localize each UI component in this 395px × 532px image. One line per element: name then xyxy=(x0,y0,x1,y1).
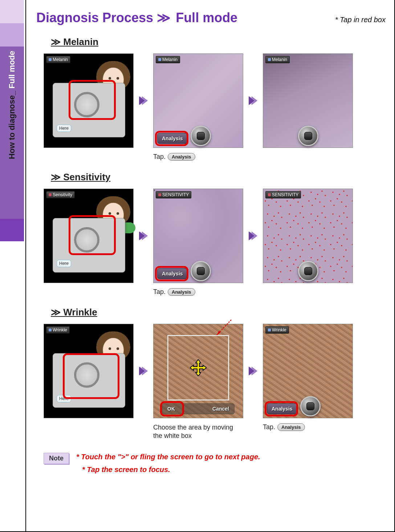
badge-text: Melanin xyxy=(272,57,287,62)
note-line-1: * Touch the ">" or fling the screen to g… xyxy=(76,453,260,461)
cancel-button[interactable]: Cancel xyxy=(212,406,229,412)
melanin-screen-3[interactable]: Melanin xyxy=(263,53,353,148)
badge-text: Melanin xyxy=(53,57,68,62)
title-a: Diagnosis Process xyxy=(36,10,157,25)
svg-marker-0 xyxy=(190,359,207,376)
badge-text: SENSITIVITY xyxy=(162,192,189,197)
side-label: How to diagnose_ Full mode xyxy=(4,51,20,214)
red-box-indicator[interactable] xyxy=(160,401,184,416)
melanin-screen-2[interactable]: Melanin Analysis xyxy=(153,53,243,148)
row-melanin: Melanin Here Melanin Analysis Melan xyxy=(44,53,386,148)
badge-melanin-3: Melanin xyxy=(265,56,290,63)
row-wrinkle: Wrinkle Here xyxy=(44,324,386,418)
row-sensitivity: Sensitivity Here SENSITIVITY ’ Analysis xyxy=(44,189,386,283)
badge-text: Wrinkle xyxy=(53,327,67,332)
caption-choose: Choose the area by moving the white box xyxy=(153,423,243,440)
caption-melanin: Tap. Analysis xyxy=(153,153,243,161)
title-sep: ≫ xyxy=(157,10,170,25)
tap-label: Tap. xyxy=(153,153,166,161)
red-box-indicator[interactable] xyxy=(265,401,298,416)
badge-sensitivity-3: SENSITIVITY xyxy=(265,191,301,198)
capture-button[interactable] xyxy=(300,396,321,416)
sensitivity-screen-2[interactable]: SENSITIVITY ’ Analysis xyxy=(153,189,243,283)
badge-text: Melanin xyxy=(162,57,178,62)
badge-dot-icon xyxy=(49,58,52,61)
badge-dot-icon xyxy=(158,193,161,196)
badge-wrinkle-1: Wrinkle xyxy=(46,326,70,334)
here-label: Here xyxy=(57,125,71,132)
badge-sensitivity-2: SENSITIVITY xyxy=(156,191,191,198)
badge-dot-icon xyxy=(49,193,52,196)
wrinkle-screen-3[interactable]: Wrinkle Analysis xyxy=(263,324,353,418)
wrinkle-screen-1[interactable]: Wrinkle Here xyxy=(44,324,134,418)
heading-sensitivity: ≫ Sensitivity xyxy=(51,172,386,183)
badge-text: SENSITIVITY xyxy=(272,192,298,197)
side-seg-mid xyxy=(0,23,24,47)
caption-sensitivity: Tap. Analysis xyxy=(153,288,243,296)
caption-wrinkle-tap: Tap. Analysis xyxy=(263,423,353,431)
tap-hint: * Tap in red box xyxy=(335,16,386,24)
badge-wrinkle-3: Wrinkle xyxy=(265,326,289,334)
here-label: Here xyxy=(57,260,71,267)
side-label-suffix: Full mode xyxy=(7,51,16,89)
row-captions-wrinkle: Choose the area by moving the white box … xyxy=(44,420,386,446)
page-title: Diagnosis Process ≫ Full mode xyxy=(36,10,237,25)
side-column: How to diagnose_ Full mode xyxy=(0,0,24,532)
heading-wrinkle: ≫ Wrinkle xyxy=(51,307,386,318)
move-icon[interactable] xyxy=(190,359,207,376)
wrinkle-screen-2[interactable]: OK Cancel xyxy=(153,324,243,418)
row-captions-sensitivity: Tap. Analysis xyxy=(44,285,386,302)
dashed-arrow-icon xyxy=(212,318,233,340)
red-box-indicator[interactable] xyxy=(155,266,188,281)
sensitivity-screen-3[interactable]: SENSITIVITY xyxy=(263,189,353,283)
badge-dot-icon xyxy=(268,193,271,196)
badge-dot-icon xyxy=(49,329,52,331)
red-box-indicator[interactable] xyxy=(69,80,116,120)
capture-button[interactable] xyxy=(298,261,318,281)
badge-melanin-1: Melanin xyxy=(46,56,70,63)
chevron-right-icon xyxy=(137,94,150,107)
chevron-right-icon xyxy=(247,230,259,242)
title-row: Diagnosis Process ≫ Full mode * Tap in r… xyxy=(36,10,386,25)
row-captions-melanin: Tap. Analysis xyxy=(44,150,386,166)
tap-label: Tap. xyxy=(263,423,275,431)
badge-text: Wrinkle xyxy=(272,327,286,332)
analysis-pill: Analysis xyxy=(168,153,195,161)
capture-button[interactable] xyxy=(191,126,211,146)
page: How to diagnose_ Full mode Diagnosis Pro… xyxy=(0,0,395,532)
badge-text: Sensitivity xyxy=(53,192,72,197)
tap-label: Tap. xyxy=(153,288,166,296)
red-box-indicator[interactable] xyxy=(63,353,119,399)
note-row: Note * Touch the ">" or fling the screen… xyxy=(44,453,386,464)
chevron-right-icon xyxy=(137,230,150,242)
chevron-right-icon xyxy=(137,365,150,377)
side-label-prefix: How to diagnose_ xyxy=(7,89,16,159)
chevron-right-icon xyxy=(247,365,259,377)
badge-dot-icon xyxy=(268,58,271,61)
sensitivity-screen-1[interactable]: Sensitivity Here xyxy=(44,189,134,283)
badge-sensitivity-1: Sensitivity xyxy=(46,191,75,198)
red-box-indicator[interactable] xyxy=(155,131,188,146)
badge-dot-icon xyxy=(268,329,271,331)
badge-dot-icon xyxy=(158,58,161,61)
capture-button[interactable] xyxy=(191,261,211,281)
analysis-pill: Analysis xyxy=(168,288,195,296)
content: Diagnosis Process ≫ Full mode * Tap in r… xyxy=(25,0,394,531)
capture-button[interactable] xyxy=(298,126,318,146)
heading-melanin: ≫ Melanin xyxy=(51,36,386,48)
chevron-right-icon xyxy=(247,94,259,107)
side-seg-light xyxy=(0,0,24,23)
red-box-indicator[interactable] xyxy=(69,215,116,255)
analysis-pill: Analysis xyxy=(277,423,305,431)
title-b: Full mode xyxy=(172,10,237,25)
note-badge: Note xyxy=(44,453,69,464)
side-seg-purple xyxy=(0,219,24,241)
badge-melanin-2: Melanin xyxy=(156,56,180,63)
white-selection-box[interactable] xyxy=(167,335,229,400)
melanin-screen-1[interactable]: Melanin Here xyxy=(44,53,134,148)
note-line-2: * Tap the screen to focus. xyxy=(82,466,386,474)
